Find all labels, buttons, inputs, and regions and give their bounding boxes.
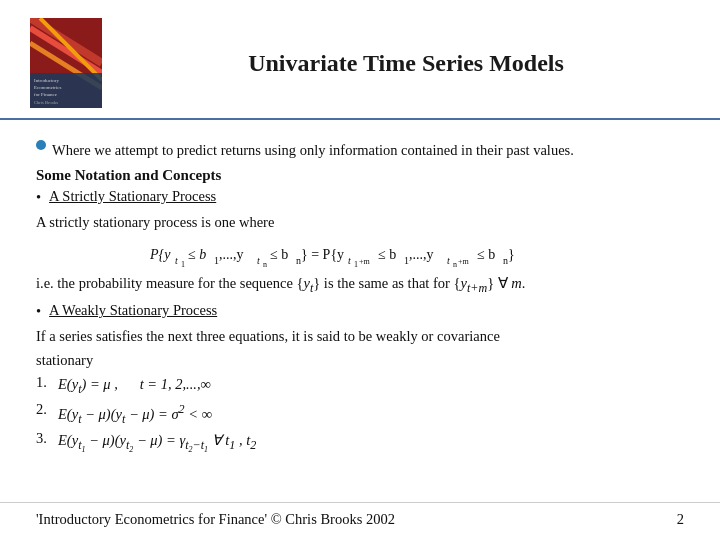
svg-text:t: t xyxy=(447,255,450,266)
weakly-label: A Weakly Stationary Process xyxy=(49,300,217,321)
slide: Introductory Econometrics for Finance Ch… xyxy=(0,0,720,540)
bullet-symbol-2: • xyxy=(36,300,41,322)
weakly-intro2: stationary xyxy=(36,350,684,371)
svg-text:} = P{y: } = P{y xyxy=(301,247,344,262)
svg-text:for Finance: for Finance xyxy=(34,92,58,97)
svg-text:,...,y: ,...,y xyxy=(409,247,434,262)
book-cover-svg: Introductory Econometrics for Finance Ch… xyxy=(30,18,102,108)
strictly-explanation: i.e. the probability measure for the seq… xyxy=(36,273,684,297)
equation-3: 3. E(yt1 − μ)(yt2 − μ) = γt2−t1 ∀ t1 , t… xyxy=(36,430,684,456)
svg-text:≤ b: ≤ b xyxy=(477,247,495,262)
equation-1: 1. E(yt) = μ , t = 1, 2,...,∞ xyxy=(36,374,684,398)
svg-text:Chris Brooks: Chris Brooks xyxy=(34,100,58,105)
svg-text:1: 1 xyxy=(354,260,358,269)
header: Introductory Econometrics for Finance Ch… xyxy=(0,0,720,120)
svg-text:,...,y: ,...,y xyxy=(219,247,244,262)
footer: 'Introductory Econometrics for Finance' … xyxy=(0,502,720,530)
strictly-label: A Strictly Stationary Process xyxy=(49,186,216,207)
svg-text:1: 1 xyxy=(181,260,185,269)
svg-text:+m: +m xyxy=(359,257,371,266)
book-cover: Introductory Econometrics for Finance Ch… xyxy=(30,18,102,108)
bullet-symbol-1: • xyxy=(36,186,41,208)
svg-text:≤ b: ≤ b xyxy=(270,247,288,262)
math-m: m xyxy=(511,275,521,291)
svg-text:}: } xyxy=(508,247,515,262)
eq2-math: E(yt − μ)(yt − μ) = σ2 < ∞ xyxy=(58,401,212,428)
strictly-bullet: • A Strictly Stationary Process xyxy=(36,186,684,208)
svg-text:t: t xyxy=(175,255,178,266)
math-yt: yt xyxy=(303,275,313,291)
eq2-label: 2. xyxy=(36,401,58,418)
slide-title: Univariate Time Series Models xyxy=(122,50,690,77)
svg-text:n: n xyxy=(263,260,267,269)
weakly-intro: If a series satisfies the next three equ… xyxy=(36,326,684,347)
svg-text:≤ b: ≤ b xyxy=(378,247,396,262)
strictly-formula: P{y t 1 ≤ b 1 ,...,y t n ≤ b n } = P{y t… xyxy=(36,237,684,269)
footer-citation: 'Introductory Econometrics for Finance' … xyxy=(36,509,395,530)
equation-2: 2. E(yt − μ)(yt − μ) = σ2 < ∞ xyxy=(36,401,684,428)
eq3-math: E(yt1 − μ)(yt2 − μ) = γt2−t1 ∀ t1 , t2 xyxy=(58,430,256,456)
svg-text:≤ b: ≤ b xyxy=(188,247,206,262)
strictly-formula-svg: P{y t 1 ≤ b 1 ,...,y t n ≤ b n } = P{y t… xyxy=(140,237,580,269)
svg-text:P{y: P{y xyxy=(149,247,171,262)
intro-bullet: Where we attempt to predict returns usin… xyxy=(36,140,684,161)
eq1-t: t = 1, 2,...,∞ xyxy=(140,376,211,392)
eq3-label: 3. xyxy=(36,430,58,447)
math-ytm: yt+m xyxy=(460,275,487,291)
svg-text:+m: +m xyxy=(458,257,470,266)
footer-page: 2 xyxy=(677,509,684,530)
section-heading: Some Notation and Concepts xyxy=(36,167,684,184)
eq1-label: 1. xyxy=(36,374,58,391)
blue-dot-icon xyxy=(36,140,46,150)
intro-text: Where we attempt to predict returns usin… xyxy=(52,140,574,161)
main-content: Where we attempt to predict returns usin… xyxy=(0,120,720,466)
eq1-math: E(yt) = μ , t = 1, 2,...,∞ xyxy=(58,374,211,398)
eq1-e: E(yt) = μ , xyxy=(58,376,118,392)
svg-text:t: t xyxy=(257,255,260,266)
svg-text:n: n xyxy=(453,260,457,269)
weakly-bullet: • A Weakly Stationary Process xyxy=(36,300,684,322)
explanation-text: i.e. the probability measure for the seq… xyxy=(36,275,525,291)
svg-text:Introductory: Introductory xyxy=(34,78,59,83)
strictly-intro: A strictly stationary process is one whe… xyxy=(36,212,684,233)
svg-text:Econometrics: Econometrics xyxy=(34,85,62,90)
svg-text:t: t xyxy=(348,255,351,266)
book-cover-image: Introductory Econometrics for Finance Ch… xyxy=(30,18,102,108)
